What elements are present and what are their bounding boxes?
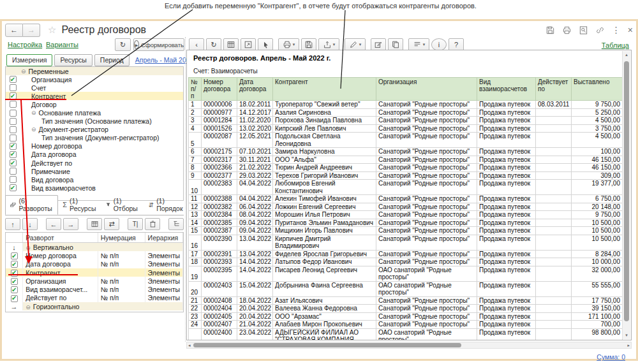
report-row[interactable]: 180000239314.04.2022Латыпов Федор Иванов…	[189, 258, 623, 266]
help-button[interactable]: ?	[449, 38, 464, 51]
rename-button[interactable]: T|	[128, 218, 143, 230]
dimension-row[interactable]: ⊖Основание платежа	[6, 108, 183, 117]
more-icon[interactable]: ⋮	[612, 25, 621, 34]
save-report-button[interactable]	[301, 38, 316, 51]
favorite-star-icon[interactable]: ☆	[48, 24, 56, 36]
clear-button[interactable]	[145, 218, 160, 230]
preview-icon[interactable]	[579, 25, 588, 35]
save-icon[interactable]	[545, 25, 555, 35]
report-row[interactable]: 250000240023.04.2022АДЫГЕЙСКИЙ ФИЛИАЛ АО…	[189, 328, 623, 340]
collapse-icon[interactable]: ⊖	[21, 68, 26, 75]
layout-row[interactable]: ✔Организация№ п/пЭлементы	[6, 277, 183, 285]
dimension-row[interactable]: Договор	[6, 100, 183, 108]
print-icon[interactable]	[562, 25, 572, 35]
report-row[interactable]: 100000238304.04.2022Любомиров Евгений Ко…	[189, 180, 623, 195]
checkbox[interactable]: ✔	[11, 286, 18, 293]
vertical-scroll-thumb[interactable]	[624, 61, 629, 321]
move-left-button[interactable]: ←	[46, 218, 61, 230]
checkbox[interactable]	[10, 168, 17, 175]
export-button[interactable]: ▾	[318, 38, 339, 51]
layout-row[interactable]: ✔КонтрагентЭлементы	[6, 268, 183, 277]
collapse-icon[interactable]: ⊖	[26, 245, 31, 251]
checkbox[interactable]: ✔	[11, 252, 18, 259]
checkbox[interactable]: ✔	[10, 159, 17, 166]
checkbox[interactable]	[10, 110, 17, 117]
move-right-button[interactable]: →	[63, 218, 78, 230]
dimension-row[interactable]: Тип значения (Документ-регистратор)	[6, 134, 183, 142]
refresh-report-button[interactable]: ↻	[206, 38, 221, 51]
report-row[interactable]: 230000240520.04.2022ООО "Арзамас"Санатор…	[189, 312, 623, 321]
horizontal-scrollbar[interactable]: ◂ ▸	[186, 342, 632, 349]
select-mode-button[interactable]	[258, 38, 273, 51]
checkbox[interactable]: ✔	[10, 184, 17, 191]
headers-button[interactable]: ▾	[408, 38, 429, 51]
dimension-row[interactable]: ✔Номер договора	[6, 142, 183, 150]
report-row[interactable]: 190000239514.04.2022Писарев Леонид Серге…	[189, 266, 623, 281]
move-down-button[interactable]: ↓	[22, 218, 38, 230]
swap-button[interactable]: ⇄	[104, 218, 119, 230]
layout-row[interactable]: ✔Номер договора№ п/пЭлементы	[6, 251, 183, 259]
forward-button[interactable]: →	[23, 24, 40, 37]
report-row[interactable]: 170000239113.04.2022Фиделев Ярослав Григ…	[189, 250, 623, 258]
edit-button[interactable]	[371, 38, 386, 51]
dimension-row[interactable]: ✔Контрагент	[6, 92, 183, 100]
formatting-button[interactable]: ▾	[345, 38, 366, 51]
checkbox[interactable]: ✔	[10, 76, 17, 83]
checkbox[interactable]: ✔	[10, 92, 17, 99]
report-row[interactable]: 140000238509.04.2022Пуританов Эльмин Рам…	[189, 219, 623, 227]
tab-order[interactable]: ⇵ (1) Порядок	[144, 195, 188, 215]
dimension-row[interactable]: ✔Дата договора	[6, 150, 183, 159]
report-row[interactable]: 160000239013.04.2022Кирпичев Дмитрий Вла…	[189, 235, 623, 250]
report-row[interactable]: 20000097714.12.2017Азалия СириновнаСанат…	[189, 108, 623, 117]
report-row[interactable]: 200000240315.04.2022Добрынина Фаина Серг…	[189, 281, 623, 296]
horizontal-scroll-thumb[interactable]	[193, 343, 461, 347]
report-row[interactable]: 220000240420.04.2022Валеева Жанна Федоро…	[189, 305, 623, 313]
report-row[interactable]: 50000208712.05.2021Подольская Светлана Л…	[189, 133, 623, 148]
print-button[interactable]: ▾	[278, 38, 299, 51]
report-row[interactable]: 120000238206.04.2022Ложкин Евгений Серге…	[189, 203, 623, 211]
autofit-button[interactable]	[241, 38, 256, 51]
checkbox[interactable]: ✔	[10, 143, 17, 150]
dimension-row[interactable]: Счет	[6, 84, 183, 92]
checkbox[interactable]: ✔	[11, 270, 18, 277]
scroll-down-icon[interactable]: ▾	[623, 333, 630, 338]
settings-link[interactable]: Настройка	[8, 41, 42, 48]
table-settings-button[interactable]	[223, 38, 239, 51]
move-up-button[interactable]: ↑	[5, 218, 20, 230]
report-row[interactable]: 210000240818.04.2022Азат ИльясовичСанато…	[189, 296, 623, 305]
group-button[interactable]	[87, 218, 102, 230]
scroll-up-icon[interactable]: ▴	[623, 52, 630, 57]
collapse-icon[interactable]: ⊖	[31, 126, 36, 133]
vertical-scrollbar[interactable]: ▴ ▾	[622, 51, 630, 339]
tab-period[interactable]: Период	[94, 54, 130, 66]
generate-button[interactable]: ▶ Сформировать	[133, 38, 184, 51]
report-row[interactable]: 70000231730.11.2021ООО "Альфа"Санаторий …	[189, 156, 623, 164]
variants-link[interactable]: Варианты	[46, 41, 78, 48]
checkbox[interactable]: ✔	[10, 151, 17, 158]
report-row[interactable]: 10000000618.02.2011Туроператор "Свежий в…	[189, 101, 623, 109]
dimension-row[interactable]: ✔Действует по	[6, 159, 183, 167]
layout-row[interactable]: ✔Дата договора№ п/пЭлементы	[6, 260, 183, 268]
tab-resources-agg[interactable]: Σ (1) Ресурсы	[58, 195, 100, 215]
copy-button[interactable]	[388, 38, 403, 51]
link-icon[interactable]	[595, 25, 605, 35]
checkbox[interactable]	[10, 126, 17, 133]
tab-filters[interactable]: (1) Отборы	[101, 195, 144, 215]
scroll-left-icon[interactable]: ◂	[188, 342, 191, 348]
dimension-row[interactable]: Тип значения (Основание платежа)	[6, 117, 183, 126]
dimension-row[interactable]: ⊖Переменные	[6, 67, 183, 75]
report-row[interactable]: 150000238709.04.2022Мищихин Игорь Павлов…	[189, 227, 623, 235]
close-icon[interactable]: ×	[628, 25, 633, 34]
report-row[interactable]: 40000152613.02.2020Кипрский Лев Павлович…	[189, 124, 623, 133]
report-row[interactable]: 130000238408.04.2022Морошин Илья Петрови…	[189, 211, 623, 219]
checkbox[interactable]	[10, 118, 17, 125]
report-row[interactable]: 110000238804.04.2022Алехин Тимофей Ивано…	[189, 195, 623, 203]
report-row[interactable]: 240000240721.04.2022Алабаев Мирон Прокоп…	[189, 321, 623, 329]
checkbox[interactable]	[10, 84, 17, 91]
sum-link[interactable]: Сумма: 0	[597, 353, 625, 361]
scroll-right-icon[interactable]: ▸	[627, 342, 630, 348]
table-link[interactable]: Таблица	[602, 41, 629, 49]
layout-row[interactable]: →⊖Горизонтально	[6, 302, 183, 310]
checkbox[interactable]	[10, 135, 17, 142]
checkbox[interactable]: ✔	[11, 295, 18, 302]
